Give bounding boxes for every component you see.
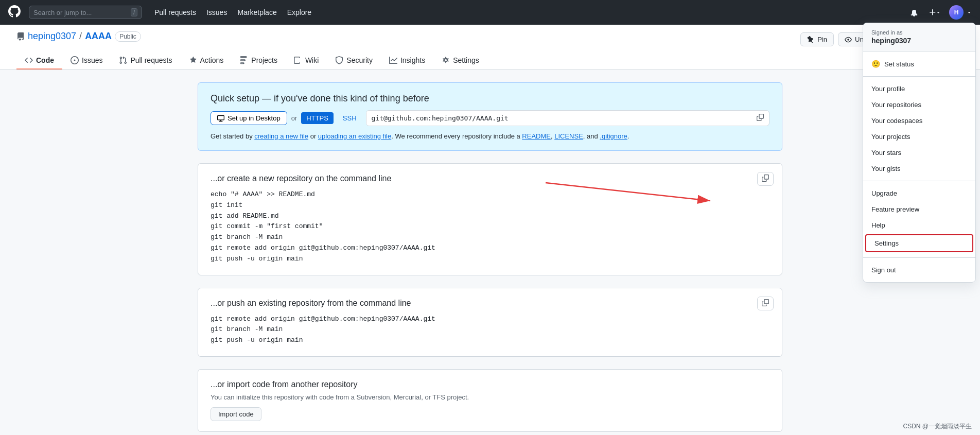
repo-url-wrap [366,110,769,126]
tab-code[interactable]: Code [16,52,62,69]
nav-marketplace[interactable]: Marketplace [237,8,276,16]
help-item[interactable]: Help [863,217,975,233]
setup-desktop-button[interactable]: Set up in Desktop [211,111,287,125]
upgrade-item[interactable]: Upgrade [863,185,975,201]
repo-url-input[interactable] [366,111,751,125]
tab-code-label: Code [36,56,54,64]
tab-issues[interactable]: Issues [62,52,111,69]
avatar-menu-button[interactable]: H [949,5,972,20]
github-logo-icon[interactable] [8,5,21,20]
your-stars-item[interactable]: Your stars [863,145,975,161]
setup-hint: Get started by creating a new file or up… [211,132,769,140]
dropdown-header: Signed in as heping0307 [863,23,975,51]
search-input[interactable] [33,9,128,16]
code-line-1: echo "# AAAA" >> README.md [211,189,769,200]
code-line-4: git commit -m "first commit" [211,221,769,232]
sign-out-item[interactable]: Sign out [863,262,975,278]
breadcrumb-separator: / [79,31,82,42]
search-shortcut: / [131,8,137,16]
repo-tabs: Code Issues Pull requests Actions [16,52,964,69]
main-content: Quick setup — if you've done this kind o… [181,70,799,435]
feature-preview-item[interactable]: Feature preview [863,201,975,217]
set-status-label: Set status [884,60,914,68]
tab-issues-label: Issues [82,56,102,64]
pin-button[interactable]: Pin [800,32,834,46]
dropdown-username: heping0307 [871,37,911,45]
tab-wiki[interactable]: Wiki [286,52,327,69]
setup-desktop-label: Set up in Desktop [227,114,281,122]
create-section: ...or create a new repository on the com… [198,163,782,275]
import-code-button[interactable]: Import code [211,407,261,421]
tab-pull-requests[interactable]: Pull requests [111,52,180,69]
tab-security-label: Security [346,56,373,64]
tab-settings-label: Settings [453,56,479,64]
code-line-6: git remote add origin git@github.com:hep… [211,243,769,254]
signed-in-as-label: Signed in as [871,29,967,36]
copy-url-button[interactable] [751,111,769,126]
push-line-3: git push -u origin main [211,335,769,346]
upload-file-link[interactable]: uploading an existing file [318,132,391,140]
url-row: Set up in Desktop or HTTPS SSH [211,110,769,126]
readme-link[interactable]: README [522,132,551,140]
tab-wiki-label: Wiki [305,56,319,64]
tab-projects[interactable]: Projects [232,52,286,69]
code-line-2: git init [211,200,769,211]
settings-item[interactable]: Settings [865,234,973,252]
ssh-button[interactable]: SSH [338,112,362,124]
user-dropdown-menu: Signed in as heping0307 🙂 Set status You… [863,23,976,283]
search-bar[interactable]: / [29,6,142,19]
import-description: You can initialize this repository with … [211,393,769,401]
copy-create-button[interactable] [757,172,774,186]
copy-push-button[interactable] [757,297,774,310]
avatar: H [949,5,964,20]
nav-explore[interactable]: Explore [287,8,311,16]
breadcrumb: heping0307 / AAAA Public [16,31,141,42]
dropdown-other-section: Upgrade Feature preview Help Settings [863,181,975,258]
create-code-block: echo "# AAAA" >> README.md git init git … [211,189,769,265]
top-nav: / Pull requests Issues Marketplace Explo… [0,0,980,25]
your-codespaces-item[interactable]: Your codespaces [863,113,975,129]
import-section: ...or import code from another repositor… [198,369,782,432]
your-profile-item[interactable]: Your profile [863,81,975,97]
owner-link[interactable]: heping0307 [28,31,76,42]
quick-setup-box: Quick setup — if you've done this kind o… [198,82,782,151]
import-title: ...or import code from another repositor… [211,380,769,389]
nav-links: Pull requests Issues Marketplace Explore [154,8,311,16]
tab-insights-label: Insights [400,56,425,64]
pin-label: Pin [817,36,827,43]
dropdown-signout-section: Sign out [863,258,975,282]
tab-actions[interactable]: Actions [180,52,232,69]
tab-actions-label: Actions [200,56,223,64]
tab-security[interactable]: Security [327,52,381,69]
your-projects-item[interactable]: Your projects [863,129,975,145]
code-line-5: git branch -M main [211,232,769,243]
repo-header: heping0307 / AAAA Public Pin Unwatch [0,25,980,70]
nav-right: H [908,5,972,20]
push-code-block: git remote add origin git@github.com:hep… [211,314,769,346]
footer-note: CSDN @一觉烟雨淡平生 [903,422,972,431]
or-separator: or [291,114,297,122]
tab-prs-label: Pull requests [130,56,172,64]
quick-setup-title: Quick setup — if you've done this kind o… [211,93,769,104]
repo-link[interactable]: AAAA [85,31,112,42]
tab-settings[interactable]: Settings [433,52,487,69]
create-button[interactable] [926,6,943,19]
set-status-item[interactable]: 🙂 Set status [863,56,975,72]
gitignore-link[interactable]: .gitignore [600,132,627,140]
license-link[interactable]: LICENSE [554,132,583,140]
your-repositories-item[interactable]: Your repositories [863,97,975,113]
tab-insights[interactable]: Insights [381,52,433,69]
https-button[interactable]: HTTPS [301,112,334,124]
notifications-button[interactable] [908,6,920,19]
push-section: ...or push an existing repository from t… [198,288,782,357]
dropdown-profile-section: Your profile Your repositories Your code… [863,77,975,181]
tab-projects-label: Projects [251,56,277,64]
new-file-link[interactable]: creating a new file [254,132,308,140]
push-section-title: ...or push an existing repository from t… [211,299,769,308]
nav-pull-requests[interactable]: Pull requests [154,8,196,16]
nav-issues[interactable]: Issues [206,8,227,16]
your-gists-item[interactable]: Your gists [863,161,975,177]
push-line-1: git remote add origin git@github.com:hep… [211,314,769,325]
code-line-7: git push -u origin main [211,254,769,265]
dropdown-status-section: 🙂 Set status [863,51,975,77]
